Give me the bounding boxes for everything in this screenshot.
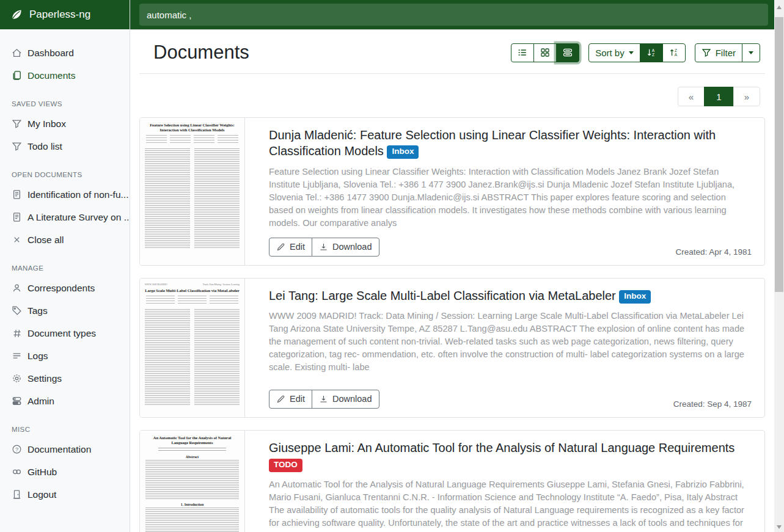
sidebar-item-settings[interactable]: Settings (0, 367, 130, 390)
filter-group: Filter (695, 43, 760, 62)
document-thumbnail[interactable]: WWW 2009 MADRID! Track: Data Mining / Se… (140, 279, 245, 417)
sort-by-label: Sort by (595, 48, 625, 58)
sidebar-item-open-doc-1[interactable]: Identification of non-fu... (0, 183, 130, 206)
sidebar-item-label: A Literature Survey on ... (27, 212, 130, 223)
link-icon (12, 467, 22, 477)
sidebar-item-github[interactable]: GitHub (0, 461, 130, 483)
filter-button[interactable]: Filter (695, 43, 742, 62)
download-icon (319, 395, 328, 404)
document-thumbnail[interactable]: An Automatic Tool for the Analysis of Na… (140, 431, 245, 532)
sidebar-heading-open-documents: OPEN DOCUMENTS (0, 166, 130, 183)
edit-button[interactable]: Edit (269, 238, 312, 257)
sort-up-icon: ZA (669, 48, 679, 57)
pagination-next-button[interactable]: » (733, 87, 760, 106)
sidebar-item-logs[interactable]: Logs (0, 344, 130, 367)
thumbnail-section-heading: 1. Introduction (145, 503, 240, 506)
sidebar-heading-saved-views: SAVED VIEWS (0, 95, 130, 112)
vertical-scrollbar[interactable] (774, 0, 784, 532)
pagination-prev-button[interactable]: « (678, 87, 705, 106)
sort-descending-button[interactable]: AZ (640, 43, 663, 62)
download-icon (319, 242, 328, 252)
sidebar-item-my-inbox[interactable]: My Inbox (0, 112, 130, 135)
thumbnail-paper-header: WWW 2009 MADRID! Track: Data Mining / Se… (145, 283, 240, 286)
thumbnail-author-line (158, 448, 226, 452)
sidebar-item-close-all[interactable]: Close all (0, 228, 130, 251)
sidebar-item-correspondents[interactable]: Correspondents (0, 277, 130, 299)
edit-label: Edit (290, 242, 305, 252)
view-controls: Sort by AZ ZA Filter (511, 43, 760, 62)
scroll-up-arrow-icon[interactable] (777, 5, 782, 9)
document-title-link[interactable]: Giuseppe Lami: An Automatic Tool for the… (269, 440, 752, 456)
document-title-link[interactable]: Lei Tang: Large Scale Multi-Label Classi… (269, 288, 752, 304)
document-title-link[interactable]: Dunja Mladenić: Feature Selection using … (269, 127, 752, 159)
pencil-icon (276, 395, 285, 404)
sidebar-item-label: GitHub (27, 467, 57, 478)
tag-badge-inbox[interactable]: Inbox (619, 290, 651, 304)
pagination: « 1 » (678, 87, 760, 106)
sort-ascending-button[interactable]: ZA (662, 43, 686, 62)
sidebar-item-tags[interactable]: Tags (0, 299, 130, 322)
document-card: Feature Selection using Linear Classifie… (139, 117, 765, 266)
search-input[interactable] (139, 4, 768, 26)
tag-badge-inbox[interactable]: Inbox (387, 145, 419, 159)
sidebar-item-label: Identification of non-fu... (27, 189, 128, 200)
thumbnail-text-columns (145, 148, 240, 248)
filter-dropdown-toggle[interactable] (742, 43, 760, 62)
sidebar-item-documentation[interactable]: ? Documentation (0, 438, 130, 461)
sidebar-item-label: Todo list (27, 141, 62, 152)
download-button[interactable]: Download (312, 390, 379, 409)
thumbnail-paper-title: Feature Selection using Linear Classifie… (145, 123, 240, 133)
view-list-button[interactable] (511, 43, 534, 62)
sort-down-alt-icon: AZ (647, 48, 656, 57)
thumbnail-text-columns (145, 309, 240, 406)
list-icon (12, 351, 22, 361)
app-brand[interactable]: Paperless-ng (0, 0, 130, 29)
sidebar-item-document-types[interactable]: Document types (0, 322, 130, 344)
main-content: Documents Sort by (130, 29, 774, 532)
view-grid-button[interactable] (533, 43, 557, 62)
download-button[interactable]: Download (312, 238, 379, 257)
sidebar-item-logout[interactable]: Logout (0, 483, 130, 506)
document-title-text: Dunja Mladenić: Feature Selection using … (269, 128, 716, 158)
funnel-icon (702, 48, 711, 57)
toggles-icon (12, 396, 22, 406)
sidebar-item-label: Logs (27, 351, 48, 362)
pagination-page-1-button[interactable]: 1 (704, 87, 734, 106)
sidebar-item-todo-list[interactable]: Todo list (0, 135, 130, 158)
document-thumbnail[interactable]: Feature Selection using Linear Classifie… (140, 118, 245, 265)
created-date: Created: Apr 4, 1981 (675, 247, 752, 257)
scrollbar-thumb[interactable] (775, 17, 783, 292)
sidebar-item-label: Admin (27, 396, 54, 407)
thumbnail-header-left: WWW 2009 MADRID! (145, 283, 167, 286)
svg-text:Z: Z (652, 53, 654, 57)
thumbnail-paper-title: An Automatic Tool for the Analysis of Na… (145, 435, 240, 445)
edit-button[interactable]: Edit (269, 390, 312, 409)
sidebar-item-dashboard[interactable]: Dashboard (0, 42, 130, 64)
details-view-icon (563, 48, 573, 57)
scroll-down-arrow-icon[interactable] (777, 525, 782, 529)
funnel-icon (12, 118, 22, 129)
thumbnail-header-right: Track: Data Mining / Session: Learning (203, 283, 240, 286)
sidebar-item-label: Documentation (27, 444, 91, 455)
sidebar-item-admin[interactable]: Admin (0, 390, 130, 412)
app-brand-label: Paperless-ng (29, 9, 90, 21)
thumbnail-text-block (145, 508, 239, 532)
page-title: Documents (153, 42, 249, 64)
download-label: Download (332, 242, 372, 252)
sort-group: Sort by AZ ZA (588, 43, 686, 62)
edit-label: Edit (290, 394, 305, 404)
x-icon (12, 235, 22, 245)
tag-badge-todo[interactable]: TODO (269, 459, 302, 472)
thumbnail-text-block (145, 460, 239, 500)
sidebar-item-label: Settings (27, 373, 62, 384)
document-snippet: WWW 2009 MADRID! Track: Data Mining / Se… (269, 310, 752, 374)
sidebar-heading-misc: MISC (0, 420, 130, 438)
top-navbar (130, 0, 774, 29)
sidebar-item-documents[interactable]: Documents (0, 64, 130, 87)
sidebar-item-open-doc-2[interactable]: A Literature Survey on ... (0, 206, 130, 228)
chevron-down-icon (629, 51, 634, 54)
person-icon (12, 283, 22, 293)
sidebar-item-label: Correspondents (27, 283, 95, 294)
sort-by-dropdown-button[interactable]: Sort by (588, 43, 640, 62)
view-details-button[interactable] (556, 43, 579, 62)
